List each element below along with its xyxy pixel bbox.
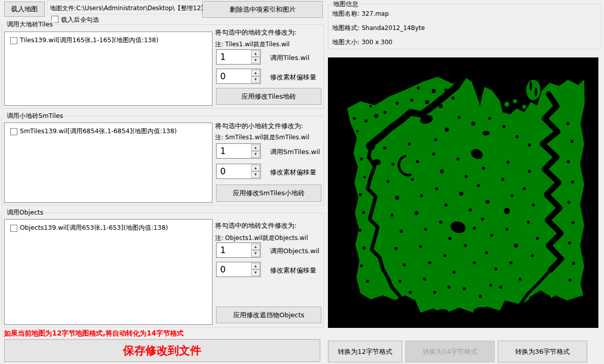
spin-up-icon[interactable]: ▲ <box>251 165 260 171</box>
objects-offset-spinner: ▲ ▼ <box>251 263 260 276</box>
smtiles-offset-input[interactable] <box>217 164 253 178</box>
smtiles-offset-label: 修改素材偏移量 <box>270 168 316 177</box>
map-editor-window: { "window": {"title": "地图编辑工具", "width":… <box>0 0 604 364</box>
objects-list[interactable]: Objects139.wil[调用653张,1-653](地图内值:138) <box>4 219 213 325</box>
check-all-label[interactable]: 载入后全勾选 <box>61 16 99 24</box>
tiles-call-label: 调用Tiles.wil <box>270 53 310 63</box>
format-warning-text: 如果当前地图为12字节地图格式,将自动转化为14字节格式 <box>4 329 184 338</box>
map-preview <box>328 57 598 328</box>
smtiles-note: 注: SmTiles1.wil就是SmTiles.wil <box>215 133 309 142</box>
spin-up-icon[interactable]: ▲ <box>251 144 260 151</box>
map-format-row: 地图格式: Shanda2012_14Byte <box>332 24 425 33</box>
smtiles-group: 调用小地砖SmTiles SmTiles139.wil[调用6854张,1-68… <box>2 116 324 205</box>
objects-offset-label: 修改素材偏移量 <box>270 266 316 275</box>
tiles-call-spinner: ▲ ▼ <box>251 50 260 64</box>
smtiles-call-input[interactable] <box>217 144 253 158</box>
spin-up-icon[interactable]: ▲ <box>251 50 260 57</box>
objects-call-spinner: ▲ ▼ <box>251 244 260 257</box>
smtiles-call-input-box: ▲ ▼ <box>216 143 261 159</box>
map-preview-image <box>328 57 598 328</box>
convert-14byte-button: 转换为14字节格式 <box>405 341 495 362</box>
list-item[interactable]: Tiles139.wil[调用165张,1-165](地图内值:138) <box>5 32 212 45</box>
map-info-group-title: 地图信息 <box>331 0 360 9</box>
map-name-row: 地图名称: 327.map <box>332 10 389 18</box>
tiles-offset-spinner: ▲ ▼ <box>251 70 260 83</box>
delete-selected-button[interactable]: 删除选中项索引和图片 <box>202 1 323 18</box>
map-size-label: 地图大小: <box>332 38 359 46</box>
smtiles-apply-button[interactable]: 应用修改SmTiles小地砖 <box>216 185 321 202</box>
objects-group: 调用Objects Objects139.wil[调用653张,1-653](地… <box>2 213 324 327</box>
spin-up-icon[interactable]: ▲ <box>251 263 260 269</box>
map-format-label: 地图格式: <box>332 24 359 32</box>
map-name-label: 地图名称: <box>332 10 359 17</box>
map-info-group: 地图信息 地图名称: 327.map 地图格式: Shanda2012_14By… <box>328 4 601 49</box>
smtiles-list[interactable]: SmTiles139.wil[调用6854张,1-6854](地图内值:138) <box>4 123 213 203</box>
spin-down-icon[interactable]: ▼ <box>251 250 260 257</box>
tiles-call-input-box: ▲ ▼ <box>216 49 261 65</box>
load-map-button[interactable]: 载入地图 <box>4 2 45 17</box>
tiles-group: 调用大地砖Tiles Tiles139.wil[调用165张,1-165](地图… <box>2 24 324 109</box>
map-name-value: 327.map <box>361 10 388 17</box>
tiles-group-title: 调用大地砖Tiles <box>5 20 54 29</box>
objects-call-label: 调用Objects.wil <box>270 247 319 256</box>
spin-down-icon[interactable]: ▼ <box>251 151 260 158</box>
smtiles-modify-header: 将勾选中的小地砖文件修改为: <box>215 122 303 131</box>
smtiles-offset-input-box: ▲ ▼ <box>216 164 261 179</box>
spin-up-icon[interactable]: ▲ <box>251 244 260 250</box>
smtiles-item-checkbox[interactable] <box>10 128 17 135</box>
spin-down-icon[interactable]: ▼ <box>251 269 260 276</box>
smtiles-call-label: 调用SmTiles.wil <box>270 147 320 157</box>
map-size-row: 地图大小: 300 x 300 <box>332 38 392 47</box>
list-item[interactable]: SmTiles139.wil[调用6854张,1-6854](地图内值:138) <box>5 123 212 136</box>
objects-call-input-box: ▲ ▼ <box>216 242 261 258</box>
spin-down-icon[interactable]: ▼ <box>251 76 260 83</box>
map-file-path: 地图文件:C:\Users\Administrator\Desktop\【整理1… <box>50 4 207 13</box>
tiles-modify-header: 将勾选中的地砖文件修改为: <box>215 28 296 37</box>
objects-note: 注: Objects1.wil就是Objects.wil <box>215 234 308 242</box>
tiles-call-input[interactable] <box>217 50 253 64</box>
tiles-item-checkbox[interactable] <box>10 37 17 44</box>
smtiles-offset-spinner: ▲ ▼ <box>251 165 260 178</box>
save-to-file-button[interactable]: 保存修改到文件 <box>4 339 320 362</box>
objects-offset-input[interactable] <box>217 262 253 277</box>
objects-modify-header: 将勾选中的地砖文件修改为: <box>215 221 296 230</box>
spin-up-icon[interactable]: ▲ <box>251 70 260 76</box>
objects-call-input[interactable] <box>217 243 253 257</box>
tiles-apply-button[interactable]: 应用修改Tiles地砖 <box>216 88 321 105</box>
spin-down-icon[interactable]: ▼ <box>251 57 260 64</box>
tiles-note: 注: Tiles1.wil就是Tiles.wil <box>215 40 290 49</box>
tiles-list[interactable]: Tiles139.wil[调用165张,1-165](地图内值:138) <box>4 32 213 106</box>
tiles-offset-input[interactable] <box>217 69 253 83</box>
objects-group-title: 调用Objects <box>5 208 45 217</box>
convert-12byte-button[interactable]: 转换为12字节格式 <box>328 341 402 362</box>
tiles-offset-label: 修改素材偏移量 <box>270 73 316 82</box>
spin-down-icon[interactable]: ▼ <box>251 171 260 178</box>
objects-item-checkbox[interactable] <box>10 225 17 232</box>
list-item[interactable]: Objects139.wil[调用653张,1-653](地图内值:138) <box>5 220 212 232</box>
convert-36byte-button[interactable]: 转换为36字节格式 <box>498 341 587 362</box>
map-format-value: Shanda2012_14Byte <box>361 24 425 32</box>
objects-offset-input-box: ▲ ▼ <box>216 262 261 277</box>
map-size-value: 300 x 300 <box>361 39 392 46</box>
smtiles-call-spinner: ▲ ▼ <box>251 144 260 158</box>
objects-apply-button[interactable]: 应用修改遮挡物Objects <box>216 307 321 323</box>
objects-item-label: Objects139.wil[调用653张,1-653](地图内值:138) <box>20 224 168 232</box>
smtiles-item-label: SmTiles139.wil[调用6854张,1-6854](地图内值:138) <box>20 127 177 136</box>
tiles-item-label: Tiles139.wil[调用165张,1-165](地图内值:138) <box>20 36 159 45</box>
tiles-offset-input-box: ▲ ▼ <box>216 69 261 84</box>
smtiles-group-title: 调用小地砖SmTiles <box>5 112 65 120</box>
